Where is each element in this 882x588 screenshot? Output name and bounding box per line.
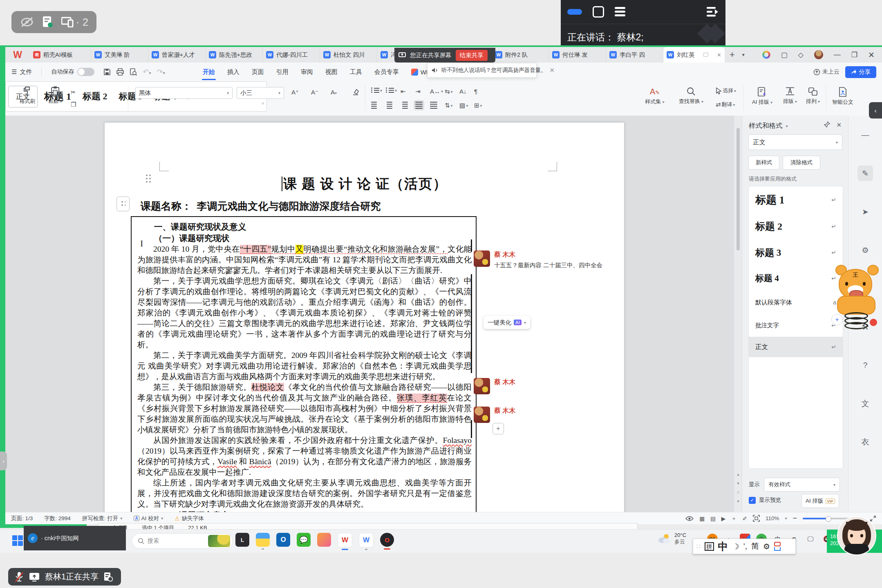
show-styles-combo[interactable]: 有效样式▾	[764, 478, 840, 492]
bullet-list-button[interactable]: ▾	[371, 88, 382, 93]
edit-tool-icon[interactable]: ✎	[857, 165, 873, 181]
file-menu[interactable]: ☰ 文件	[5, 63, 38, 81]
ai-proofread[interactable]: A AI 校对▾	[128, 515, 169, 522]
comment-thread[interactable]: 蔡 木木	[474, 378, 515, 394]
ime-lang-toggle[interactable]: 中	[718, 540, 728, 553]
collapse-sidebar-tab[interactable]: ‹	[869, 102, 882, 118]
print-button[interactable]	[114, 68, 127, 76]
zoom-slider[interactable]	[803, 518, 851, 519]
prev-page-icon[interactable]: ▾	[734, 481, 742, 485]
fit-page-icon[interactable]	[753, 515, 760, 522]
taskbar-app-opera-red-icon[interactable]: O	[380, 533, 394, 547]
cut-icon[interactable]: ✂	[71, 89, 76, 96]
expand-panel-icon[interactable]	[707, 7, 719, 17]
select-tool-icon[interactable]: ➤	[857, 204, 873, 219]
comment-thread[interactable]: 蔡 木木	[474, 407, 515, 423]
style-item-标题 3[interactable]: 标题 3↵	[749, 239, 843, 266]
taskbar-app-albums-icon[interactable]	[317, 533, 331, 547]
eye-protect-icon[interactable]	[685, 516, 694, 521]
ime-punct-toggle[interactable]: ’,	[743, 542, 748, 551]
increase-font-icon[interactable]: A⁺	[291, 89, 299, 96]
restore-button[interactable]: ❐	[851, 51, 857, 59]
shading-button[interactable]: ▨▾	[459, 102, 468, 109]
zoom-caret[interactable]: ▾	[785, 516, 787, 521]
doc-text[interactable]: 一、课题研究现状及意义（一）课题研究现状2020 年 10 月，党中央在“十四五…	[137, 221, 472, 512]
autosave-control[interactable]: 自动保存	[45, 63, 101, 81]
style-item-正文[interactable]: 正文↵	[749, 337, 843, 357]
style-item-默认段落字体[interactable]: 默认段落字体a	[749, 291, 843, 314]
sharing-indicator-pill[interactable]: 蔡林1正在共享	[8, 568, 121, 586]
format-painter-button[interactable]: 格式刷	[14, 86, 40, 105]
char-scale-button[interactable]: A↔▾	[430, 88, 443, 95]
gallery-more-icon[interactable]: ⩒	[262, 101, 264, 106]
save-button[interactable]	[101, 68, 114, 76]
help-icon[interactable]: ?	[857, 358, 873, 373]
workspace-icon[interactable]: ▢	[781, 51, 788, 59]
paste-button[interactable]: 粘贴▾	[43, 86, 67, 105]
zoom-level[interactable]: 110%	[766, 515, 779, 521]
styles-panel-caret[interactable]: ▾	[786, 124, 788, 128]
copy-icon[interactable]: ❐	[71, 101, 76, 108]
add-comment-button[interactable]: +	[492, 423, 504, 434]
document-tab[interactable]: W曾家灏+人才	[148, 47, 206, 63]
number-list-button[interactable]: ▾	[386, 88, 397, 93]
tab-list-caret[interactable]: ▾	[740, 52, 747, 58]
align-left-button[interactable]	[371, 102, 378, 109]
align-center-button[interactable]	[386, 102, 393, 109]
skin-tool-icon[interactable]: 衣	[857, 434, 873, 450]
minimize-button[interactable]: —	[834, 51, 841, 59]
add-view-icon[interactable]: ＋	[731, 515, 737, 522]
search-highlight-image[interactable]	[208, 535, 230, 547]
page-indicator[interactable]: 页面: 1/3	[5, 515, 38, 522]
zoom-out-button[interactable]: −	[792, 514, 797, 523]
taskbar-search[interactable]: 搜索	[132, 533, 233, 549]
next-page-icon[interactable]: ▾	[734, 499, 742, 503]
shared-doc-mini-icon[interactable]	[104, 572, 113, 582]
spellcheck-status[interactable]: 拼写检查: 打开▾	[76, 515, 128, 522]
cloud-status[interactable]: 未上云	[813, 68, 839, 76]
arrange-button[interactable]: 排列▾	[801, 87, 824, 105]
stop-share-button[interactable]: 结束共享	[456, 50, 488, 61]
align-right-button[interactable]	[401, 102, 408, 109]
menu-页面[interactable]: 页面	[246, 63, 270, 81]
decrease-indent-button[interactable]: ⇤	[401, 88, 406, 95]
ime-settings[interactable]: ⚙	[763, 542, 770, 551]
new-tab-button[interactable]: +	[725, 49, 740, 60]
screen-share-icon[interactable]	[29, 572, 40, 581]
menu-开始[interactable]: 开始	[197, 63, 221, 81]
ime-drag-handle[interactable]: ∷	[696, 543, 701, 550]
paragraph-drag-handle[interactable]	[145, 174, 152, 183]
taskbar-app-wps-blue-icon[interactable]: W	[359, 533, 374, 548]
font-name-combo[interactable]: 黑体▾	[135, 87, 233, 99]
undo-button[interactable]: ↶▾	[140, 67, 154, 76]
taskbar-app-wechat-icon[interactable]: 💬	[297, 533, 311, 547]
theme-icon[interactable]	[762, 51, 770, 59]
window-mode-icon[interactable]	[593, 6, 604, 18]
ai-layout-button[interactable]: AI 排版▾	[748, 87, 777, 106]
close-panel-icon[interactable]: ✕	[836, 121, 842, 129]
collapse-panel-icon[interactable]: —	[857, 127, 873, 143]
text-direction-button[interactable]: ⇆▾	[445, 88, 453, 95]
line-spacing-button[interactable]: ⇅▾	[445, 102, 453, 109]
zoom-slider-knob[interactable]	[826, 516, 831, 522]
word-count[interactable]: 字数: 2994	[38, 515, 76, 522]
shared-doc-icon[interactable]	[43, 16, 53, 28]
table-drag-handle[interactable]	[116, 197, 130, 211]
one-click-beautify-button[interactable]: 一键美化 AI ▾	[484, 316, 530, 329]
borders-button[interactable]: ⊞▾	[474, 102, 482, 109]
autosave-toggle[interactable]	[77, 68, 94, 76]
style-set-button[interactable]: A✎ 样式集▾	[641, 87, 668, 105]
show-marks-button[interactable]: ¶	[474, 88, 477, 95]
apps-box-icon[interactable]: ◇	[798, 51, 804, 59]
menu-引用[interactable]: 引用	[270, 63, 295, 81]
comment-thread[interactable]: 蔡 木木 十五五？最新内容 二十届三中、四中全会	[474, 250, 602, 269]
document-tab[interactable]: 稻稻壳AI模板	[30, 47, 91, 63]
devices-icon[interactable]: 🖵	[805, 534, 816, 544]
start-button[interactable]	[12, 535, 23, 546]
menu-工具[interactable]: 工具	[344, 63, 368, 81]
layout-button[interactable]: 排版▾	[779, 87, 801, 105]
page-view-icon[interactable]: ▦	[699, 515, 705, 522]
ime-toolbar[interactable]: ∷拼中☽’,简⚙	[693, 539, 796, 554]
document-tab[interactable]: W李白平 四	[606, 47, 663, 63]
gallery-style-标题 2[interactable]: 标题 2	[78, 90, 112, 103]
